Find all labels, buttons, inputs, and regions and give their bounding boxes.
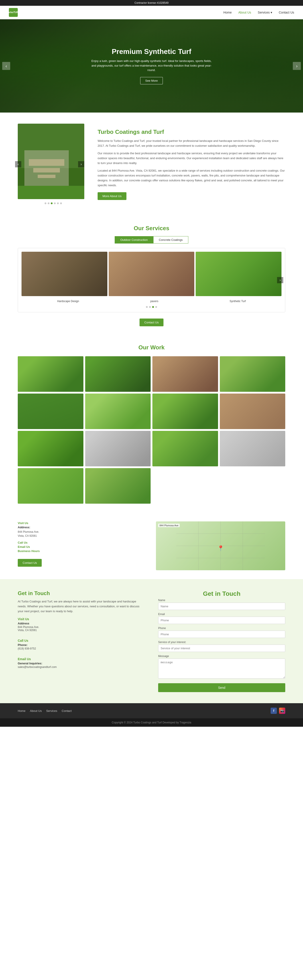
footer-link-services[interactable]: Services bbox=[46, 709, 57, 713]
message-input[interactable] bbox=[158, 659, 285, 679]
form-row-service: Service of your interest: bbox=[158, 641, 285, 652]
contact-form: Name Email Phone Service of your interes… bbox=[158, 599, 285, 692]
get-in-touch-inner: Get in Touch At Turbo Coatings and Turf,… bbox=[18, 590, 285, 692]
contact-info-column: Get in Touch At Turbo Coatings and Turf,… bbox=[18, 590, 145, 692]
about-main-image bbox=[18, 124, 84, 199]
get-in-touch-heading: Get in Touch bbox=[18, 590, 145, 597]
instagram-icon[interactable]: 📷 bbox=[279, 708, 285, 714]
email-input[interactable] bbox=[158, 617, 285, 624]
email-us-link[interactable]: Email Us bbox=[18, 545, 147, 549]
logo: Turbo TURF bbox=[9, 8, 18, 17]
tab-concrete-coatings[interactable]: Concrete Coatings bbox=[153, 236, 188, 243]
hero-title: Premium Synthetic Turf bbox=[89, 48, 214, 56]
nav-contact[interactable]: Contact Us bbox=[279, 11, 294, 14]
form-row-name: Name bbox=[158, 599, 285, 610]
logo-icon: Turbo TURF bbox=[9, 8, 18, 17]
about-cta-button[interactable]: More About Us bbox=[98, 192, 127, 200]
about-para2: Our mission is to provide the best profe… bbox=[98, 151, 285, 165]
main-nav: Home About Us Services ▾ Contact Us bbox=[224, 11, 294, 14]
service-image-pavers bbox=[109, 252, 195, 296]
work-grid bbox=[18, 356, 285, 504]
form-heading: Get in Touch bbox=[158, 590, 285, 597]
about-heading: Turbo Coatings and Turf bbox=[98, 129, 285, 135]
call-us-heading: Call Us bbox=[18, 639, 145, 643]
work-image-13 bbox=[18, 468, 83, 504]
about-next-button[interactable]: › bbox=[78, 161, 84, 167]
send-button[interactable]: Send bbox=[158, 683, 285, 692]
git-address-label: Address bbox=[18, 622, 145, 625]
form-row-message: Message bbox=[158, 655, 285, 679]
contact-form-column: Get in Touch At Turbo Coatings and Turf,… bbox=[158, 590, 285, 692]
work-image-6 bbox=[85, 393, 151, 429]
get-in-touch-section: Get in Touch At Turbo Coatings and Turf,… bbox=[0, 579, 303, 703]
work-image-10 bbox=[85, 431, 151, 466]
map-column: 844 Plumosa Ave 📍 bbox=[156, 522, 285, 570]
info-column: Visit Us Address: 844 Plumosa Ave.Vista,… bbox=[18, 522, 147, 567]
email-us-heading: Email Us bbox=[18, 657, 145, 661]
info-contact-button[interactable]: Contact Us bbox=[18, 559, 42, 567]
facebook-icon[interactable]: f bbox=[271, 708, 277, 714]
work-image-1 bbox=[18, 356, 83, 392]
hero-cta-button[interactable]: See More bbox=[140, 77, 163, 84]
footer-link-home[interactable]: Home bbox=[18, 709, 25, 713]
address-text: 844 Plumosa Ave.Vista, CA 92081 bbox=[18, 530, 147, 538]
services-heading: Our Services bbox=[18, 225, 285, 232]
svg-rect-6 bbox=[18, 186, 84, 199]
about-para3: Located at 844 Plumosa Ave. Vista, CA 92… bbox=[98, 168, 285, 188]
footer-copyright: Copyright © 2024 Turbo Coatings and Turf… bbox=[0, 718, 303, 727]
phone-form-label: Phone bbox=[158, 627, 285, 630]
email-label: Email bbox=[158, 612, 285, 616]
hero-prev-button[interactable]: ‹ bbox=[2, 62, 10, 70]
about-prev-button[interactable]: ‹ bbox=[15, 161, 21, 167]
hero-subtitle: Enjoy a lush, green lawn with our high-q… bbox=[89, 59, 214, 73]
copyright-text: Copyright © 2024 Turbo Coatings and Turf… bbox=[112, 721, 191, 724]
services-contact-wrap: Contact Us bbox=[18, 317, 285, 326]
tab-outdoor-construction[interactable]: Outdoor Construction bbox=[115, 236, 153, 243]
name-input[interactable] bbox=[158, 603, 285, 610]
site-header: Turbo TURF Home About Us Services ▾ Cont… bbox=[0, 6, 303, 19]
contractor-license: Contractor license #1028549 bbox=[135, 2, 168, 5]
service-label-turf: Synthetic Turf bbox=[230, 300, 246, 303]
hero-content: Premium Synthetic Turf Enjoy a lush, gre… bbox=[89, 48, 214, 84]
get-in-touch-intro: At Turbo Coatings and Turf, we are alway… bbox=[18, 599, 145, 614]
footer-links: Home About Us Services Contact bbox=[18, 709, 71, 713]
footer-nav: Home About Us Services Contact f 📷 bbox=[0, 703, 303, 718]
phone-number: (619) 938-9752 bbox=[18, 647, 145, 650]
services-next-button[interactable]: › bbox=[277, 277, 283, 283]
svg-rect-4 bbox=[33, 168, 60, 172]
about-dots bbox=[18, 201, 89, 205]
nav-about[interactable]: About Us bbox=[238, 11, 251, 14]
service-input[interactable] bbox=[158, 644, 285, 652]
about-images: ‹ › bbox=[18, 124, 89, 205]
nav-services-wrapper: Services ▾ bbox=[258, 11, 272, 14]
work-image-14 bbox=[85, 468, 151, 504]
services-images bbox=[22, 252, 281, 296]
phone-input[interactable] bbox=[158, 631, 285, 638]
about-section: ‹ › Turbo Coatings and Turf Welcome to T… bbox=[0, 113, 303, 216]
nav-services[interactable]: Services bbox=[258, 11, 270, 14]
services-tabs: Outdoor Construction Concrete Coatings bbox=[18, 236, 285, 243]
work-image-11 bbox=[152, 431, 218, 466]
call-us-link[interactable]: Call Us bbox=[18, 541, 147, 544]
business-hours-link[interactable]: Business Hours bbox=[18, 549, 147, 553]
services-contact-button[interactable]: Contact Us bbox=[140, 318, 163, 326]
about-text: Turbo Coatings and Turf Welcome to Turbo… bbox=[98, 129, 285, 200]
email-address: sales@turbocoatingsandturf.com bbox=[18, 665, 145, 668]
nav-home[interactable]: Home bbox=[224, 11, 232, 14]
info-map-section: Visit Us Address: 844 Plumosa Ave.Vista,… bbox=[0, 512, 303, 579]
work-image-3 bbox=[152, 356, 218, 392]
top-bar: Contractor license #1028549 bbox=[0, 0, 303, 6]
footer-link-contact[interactable]: Contact bbox=[62, 709, 71, 713]
footer-socials: f 📷 bbox=[271, 708, 285, 714]
work-image-5 bbox=[18, 393, 83, 429]
chevron-down-icon: ▾ bbox=[271, 11, 272, 14]
name-label: Name bbox=[158, 599, 285, 602]
visit-us-link[interactable]: Visit Us bbox=[18, 522, 147, 525]
footer-link-about[interactable]: About Us bbox=[30, 709, 42, 713]
general-inquiries-label: General Inquiries: bbox=[18, 662, 145, 665]
service-image-hardscape bbox=[22, 252, 107, 296]
hero-next-button[interactable]: › bbox=[293, 62, 301, 70]
visit-us-heading: Visit Us bbox=[18, 617, 145, 621]
address-label: Address: bbox=[18, 526, 147, 529]
work-image-7 bbox=[152, 393, 218, 429]
